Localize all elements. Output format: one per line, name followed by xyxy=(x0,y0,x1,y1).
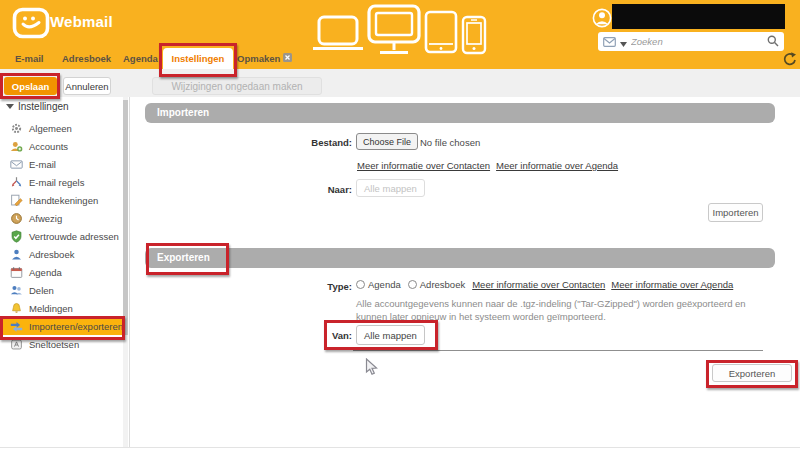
import-export-icon xyxy=(10,320,23,333)
radio-agenda[interactable]: Agenda xyxy=(356,279,401,290)
export-type-options: Agenda Adresboek Meer informatie over Co… xyxy=(356,279,739,290)
tab-opmaken[interactable]: Opmaken xyxy=(237,53,292,64)
sidebar-item-meldingen[interactable]: Meldingen xyxy=(0,299,122,317)
export-description: Alle accountgegevens kunnen naar de .tgz… xyxy=(356,298,758,323)
bell-icon xyxy=(10,302,23,315)
sidebar-item-vertrouwde-adressen[interactable]: Vertrouwde adressen xyxy=(0,227,122,245)
laptop-icon xyxy=(312,14,364,56)
sidebar-item-delen[interactable]: Delen xyxy=(0,281,122,299)
sidebar-item-agenda[interactable]: Agenda xyxy=(0,263,122,281)
phone-icon xyxy=(461,15,487,59)
cancel-button[interactable]: Annuleren xyxy=(63,77,111,95)
save-button[interactable]: Opslaan xyxy=(4,77,57,95)
collapse-triangle-icon xyxy=(6,104,14,109)
search-input[interactable] xyxy=(631,36,763,47)
sidebar-item-email-regels[interactable]: E-mail regels xyxy=(0,173,122,191)
gear-icon xyxy=(10,122,23,135)
sidebar-item-adresboek[interactable]: Adresboek xyxy=(0,245,122,263)
settings-toolbar xyxy=(0,69,800,97)
radio-adresboek[interactable]: Adresboek xyxy=(408,279,465,290)
settings-sidebar: Algemeen Accounts E-mail E-mail regels H… xyxy=(0,119,122,353)
monitor-icon xyxy=(366,3,422,59)
sidebar-divider xyxy=(129,97,130,447)
export-link-contacts[interactable]: Meer informatie over Contacten xyxy=(472,279,605,290)
import-target-label: Naar: xyxy=(255,184,352,195)
import-folder-picker-button[interactable]: Alle mappen xyxy=(356,179,425,197)
import-info-links: Meer informatie over Contacten Meer info… xyxy=(357,160,624,171)
import-section-header: Importeren xyxy=(145,103,775,123)
search-bar[interactable] xyxy=(598,32,784,51)
sidebar-item-importeren-exporteren[interactable]: Importeren/exporteren xyxy=(0,317,122,335)
shield-check-icon xyxy=(10,230,23,243)
filter-split-icon xyxy=(10,176,23,189)
export-from-label: Van: xyxy=(255,330,352,341)
close-tab-icon[interactable] xyxy=(283,53,292,64)
sidebar-scrollbar-thumb[interactable] xyxy=(123,100,128,335)
signature-icon xyxy=(10,194,23,207)
webmail-logo-icon xyxy=(12,7,50,43)
radio-agenda-circle-icon[interactable] xyxy=(356,280,365,289)
file-label: Bestand: xyxy=(255,137,352,148)
redacted-username xyxy=(612,4,785,29)
tab-instellingen[interactable]: Instellingen xyxy=(163,48,233,69)
tablet-icon xyxy=(424,10,458,58)
import-link-agenda[interactable]: Meer informatie over Agenda xyxy=(496,160,618,171)
sidebar-item-accounts[interactable]: Accounts xyxy=(0,137,122,155)
contact-icon xyxy=(10,248,23,261)
share-users-icon xyxy=(10,284,23,297)
export-link-agenda[interactable]: Meer informatie over Agenda xyxy=(611,279,733,290)
page-bottom-divider xyxy=(0,447,800,448)
keyboard-key-icon xyxy=(10,338,23,351)
scope-dropdown-caret-icon[interactable] xyxy=(620,33,627,51)
no-file-chosen-text: No file chosen xyxy=(420,137,480,148)
radio-adresboek-circle-icon[interactable] xyxy=(408,280,417,289)
undo-changes-button[interactable]: Wijzigingen ongedaan maken xyxy=(152,77,322,95)
mouse-cursor-icon xyxy=(365,358,378,381)
envelope-icon xyxy=(10,158,23,171)
clock-icon xyxy=(10,212,23,225)
export-submit-button[interactable]: Exporteren xyxy=(712,364,792,382)
sidebar-item-handtekeningen[interactable]: Handtekeningen xyxy=(0,191,122,209)
export-folder-picker-button[interactable]: Alle mappen xyxy=(356,325,425,345)
sidebar-item-email[interactable]: E-mail xyxy=(0,155,122,173)
tab-email[interactable]: E-mail xyxy=(15,53,44,64)
import-link-contacts[interactable]: Meer informatie over Contacten xyxy=(357,160,490,171)
refresh-icon[interactable] xyxy=(783,52,797,70)
app-title: Webmail xyxy=(50,13,113,30)
user-avatar-icon[interactable] xyxy=(592,8,612,32)
export-row-divider xyxy=(353,350,763,351)
app-header: Webmail xyxy=(0,0,800,69)
sidebar-header-instellingen[interactable]: Instellingen xyxy=(6,101,69,112)
import-submit-button[interactable]: Importeren xyxy=(708,203,763,222)
tab-adresboek[interactable]: Adresboek xyxy=(62,53,111,64)
choose-file-button[interactable]: Choose File xyxy=(356,133,418,150)
sidebar-item-sneltoetsen[interactable]: Sneltoetsen xyxy=(0,335,122,353)
mail-scope-icon[interactable] xyxy=(603,33,616,51)
sidebar-item-algemeen[interactable]: Algemeen xyxy=(0,119,122,137)
account-add-icon xyxy=(10,140,23,153)
tab-agenda[interactable]: Agenda xyxy=(123,53,158,64)
calendar-icon xyxy=(10,266,23,279)
export-type-label: Type: xyxy=(255,281,352,292)
sidebar-item-afwezig[interactable]: Afwezig xyxy=(0,209,122,227)
search-icon[interactable] xyxy=(767,33,779,51)
export-section-header: Exporteren xyxy=(145,248,775,268)
